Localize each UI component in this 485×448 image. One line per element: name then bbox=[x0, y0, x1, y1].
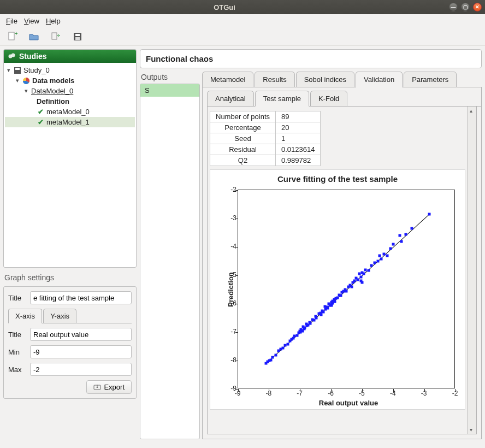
window-title: OTGui bbox=[3, 3, 446, 11]
studies-tree[interactable]: ▾ Study_0 ▾ Data models ▾ DataModel_0 bbox=[4, 63, 136, 128]
tree-group-label: Data models bbox=[32, 76, 74, 85]
data-point bbox=[345, 290, 347, 292]
new-file-button[interactable]: + bbox=[5, 30, 19, 43]
chart-title-input[interactable] bbox=[30, 291, 132, 304]
menu-view[interactable]: View bbox=[21, 16, 42, 26]
page-title: Functional chaos bbox=[140, 49, 482, 68]
x-min-input[interactable] bbox=[30, 345, 132, 358]
studies-icon bbox=[8, 52, 16, 60]
stat-value: 1 bbox=[276, 133, 321, 144]
pie-chart-icon bbox=[22, 77, 30, 85]
tab-validation[interactable]: Validation bbox=[356, 72, 403, 87]
data-point bbox=[309, 322, 311, 325]
menu-file[interactable]: File bbox=[3, 16, 20, 26]
x-tick: -8 bbox=[266, 390, 272, 397]
minimize-button[interactable]: — bbox=[449, 3, 458, 11]
min-label: Min bbox=[8, 348, 27, 356]
data-point bbox=[392, 243, 395, 245]
maximize-button[interactable]: ▢ bbox=[461, 3, 470, 11]
tab-kfold[interactable]: K-Fold bbox=[310, 91, 347, 107]
import-icon bbox=[50, 31, 61, 42]
svg-rect-0 bbox=[9, 32, 14, 40]
y-tick: -5 bbox=[230, 271, 236, 279]
plot-area bbox=[238, 190, 455, 388]
data-point bbox=[398, 234, 401, 237]
y-tick: -2 bbox=[230, 186, 236, 193]
x-tick: -3 bbox=[421, 390, 427, 397]
tab-results[interactable]: Results bbox=[255, 72, 294, 87]
tree-meta0-label: metaModel_0 bbox=[46, 108, 90, 116]
export-button[interactable]: Export bbox=[86, 380, 132, 394]
data-point bbox=[353, 280, 356, 282]
x-tick: -2 bbox=[452, 390, 458, 397]
tab-y-axis[interactable]: Y-axis bbox=[43, 309, 76, 323]
stat-label: Seed bbox=[210, 133, 276, 144]
tab-x-axis[interactable]: X-axis bbox=[8, 309, 42, 323]
tree-data-models-row[interactable]: ▾ Data models bbox=[5, 75, 135, 86]
tab-sobol[interactable]: Sobol indices bbox=[296, 72, 354, 87]
tree-datamodel-row[interactable]: ▾ DataModel_0 bbox=[5, 86, 135, 96]
tree-metamodel1-row[interactable]: ✔ metaModel_1 bbox=[5, 117, 135, 127]
open-file-button[interactable] bbox=[27, 30, 40, 43]
save-icon bbox=[14, 67, 21, 74]
tab-test-sample[interactable]: Test sample bbox=[255, 91, 309, 107]
sub-tabs: Analytical Test sample K-Fold bbox=[207, 91, 481, 107]
tab-parameters[interactable]: Parameters bbox=[404, 72, 457, 87]
data-point bbox=[389, 247, 392, 250]
data-point bbox=[386, 254, 388, 257]
validation-stats-table: Number of points89 Percentage20 Seed1 Re… bbox=[210, 111, 321, 166]
outputs-label: Outputs bbox=[140, 72, 200, 84]
save-button[interactable] bbox=[71, 30, 84, 43]
check-icon: ✔ bbox=[37, 119, 44, 126]
data-point bbox=[326, 306, 329, 309]
x-tick: -7 bbox=[297, 390, 303, 397]
x-tick: -4 bbox=[390, 390, 396, 397]
data-point bbox=[356, 278, 359, 281]
data-point bbox=[380, 257, 382, 260]
folder-open-icon bbox=[28, 31, 39, 42]
x-max-input[interactable] bbox=[30, 363, 132, 376]
studies-title: Studies bbox=[19, 52, 47, 61]
import-button[interactable] bbox=[49, 30, 62, 43]
data-point bbox=[383, 253, 386, 256]
export-icon bbox=[93, 384, 101, 391]
file-plus-icon: + bbox=[7, 31, 17, 42]
tree-metamodel0-row[interactable]: ✔ metaModel_0 bbox=[5, 107, 135, 117]
scrollbar[interactable] bbox=[468, 107, 476, 434]
tab-analytical[interactable]: Analytical bbox=[207, 91, 254, 107]
data-point bbox=[292, 337, 295, 340]
menubar: File View Help bbox=[0, 14, 485, 27]
stat-label: Percentage bbox=[210, 122, 276, 133]
stat-value: 89 bbox=[276, 111, 321, 122]
table-row: Residual0.0123614 bbox=[210, 144, 321, 155]
table-row: Seed1 bbox=[210, 133, 321, 144]
data-point bbox=[334, 300, 336, 303]
tree-meta1-label: metaModel_1 bbox=[46, 118, 90, 126]
stat-label: Number of points bbox=[210, 111, 276, 122]
data-point bbox=[364, 268, 367, 271]
y-tick: -3 bbox=[230, 214, 236, 222]
toolbar: + bbox=[0, 27, 485, 46]
close-button[interactable]: ✕ bbox=[473, 3, 482, 11]
y-tick: -8 bbox=[230, 356, 236, 364]
y-tick: -4 bbox=[230, 243, 236, 250]
data-point bbox=[286, 343, 289, 345]
outputs-list[interactable]: S bbox=[140, 84, 200, 439]
tree-model-label: DataModel_0 bbox=[31, 87, 73, 95]
tree-study-row[interactable]: ▾ Study_0 bbox=[5, 65, 135, 75]
tree-definition-row[interactable]: Definition bbox=[5, 96, 135, 107]
stat-value: 0.0123614 bbox=[276, 144, 321, 155]
data-point bbox=[359, 275, 362, 278]
svg-rect-5 bbox=[75, 37, 80, 40]
svg-point-7 bbox=[11, 54, 15, 57]
x-axis-title-input[interactable] bbox=[30, 328, 132, 341]
data-point bbox=[296, 334, 299, 337]
graph-settings-heading: Graph settings bbox=[3, 272, 137, 282]
caret-icon: ▾ bbox=[23, 87, 29, 95]
check-icon: ✔ bbox=[37, 108, 44, 116]
menu-help[interactable]: Help bbox=[43, 16, 63, 26]
tab-metamodel[interactable]: Metamodel bbox=[202, 72, 253, 87]
output-item[interactable]: S bbox=[140, 84, 199, 97]
stat-label: Q2 bbox=[210, 155, 276, 166]
data-point bbox=[370, 264, 373, 267]
